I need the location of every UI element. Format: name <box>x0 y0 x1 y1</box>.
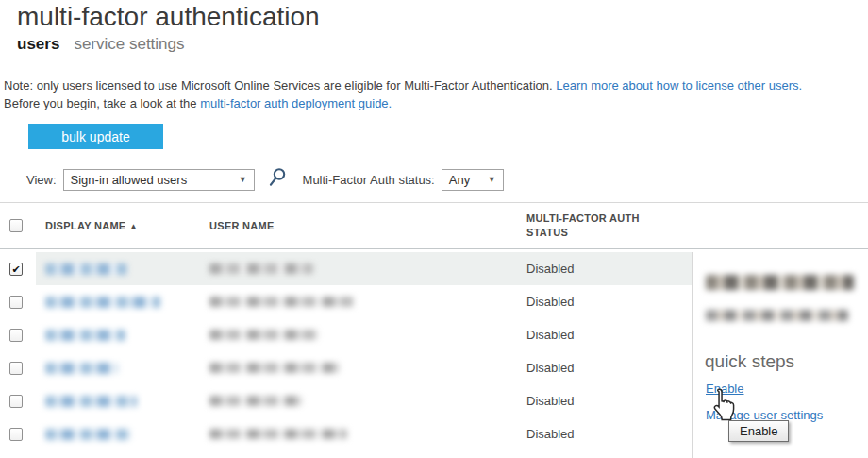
display-name-redacted-link[interactable] <box>45 429 130 440</box>
display-name-redacted-link[interactable] <box>45 263 127 275</box>
chevron-down-icon: ▼ <box>488 175 496 184</box>
sort-ascending-icon: ▲ <box>130 222 138 230</box>
table-row[interactable]: Disabled <box>0 318 692 351</box>
note-line-1-text: Note: only users licensed to use Microso… <box>4 78 553 93</box>
tab-service-settings[interactable]: service settings <box>74 35 184 54</box>
details-panel-divider <box>692 252 693 458</box>
display-name-redacted-link[interactable] <box>45 396 137 407</box>
table-row[interactable]: Disabled <box>0 351 692 384</box>
note-line-2-text: Before you begin, take a look at the <box>4 96 197 110</box>
selected-user-name-redacted <box>706 275 854 290</box>
quick-steps-title: quick steps <box>705 351 794 372</box>
mfa-status-value: Disabled <box>526 295 692 309</box>
view-select[interactable]: Sign-in allowed users ▼ <box>63 169 255 191</box>
mfa-status-select-value: Any <box>449 173 470 187</box>
table-header: DISPLAY NAME▲ USER NAME MULTI-FACTOR AUT… <box>0 202 868 249</box>
row-checkbox[interactable]: ✔ <box>9 263 23 276</box>
mfa-status-value: Disabled <box>526 361 692 375</box>
mfa-status-label: Multi-Factor Auth status: <box>303 173 435 187</box>
table-row[interactable]: ✔ Disabled <box>0 252 692 285</box>
mfa-status-select[interactable]: Any ▼ <box>442 169 504 191</box>
selected-user-email-redacted <box>706 310 848 321</box>
column-header-user-name[interactable]: USER NAME <box>209 220 526 231</box>
license-learn-more-link[interactable]: Learn more about how to license other us… <box>556 78 802 93</box>
mfa-status-value: Disabled <box>526 262 692 276</box>
user-name-redacted <box>209 297 354 307</box>
bulk-update-button[interactable]: bulk update <box>28 124 163 149</box>
mfa-status-value: Disabled <box>526 394 692 408</box>
mfa-status-value: Disabled <box>526 427 692 441</box>
tab-users[interactable]: users <box>17 35 59 54</box>
note-line-2: Before you begin, take a look at the mul… <box>4 94 802 112</box>
select-all-checkbox[interactable] <box>9 219 23 232</box>
column-header-display-name[interactable]: DISPLAY NAME▲ <box>45 220 209 231</box>
display-name-redacted-link[interactable] <box>45 330 125 341</box>
filters-row: View: Sign-in allowed users ▼ Multi-Fact… <box>26 168 504 191</box>
table-row[interactable]: Disabled <box>0 285 692 318</box>
mfa-status-value: Disabled <box>526 328 692 342</box>
user-name-redacted <box>209 330 319 340</box>
license-note: Note: only users licensed to use Microso… <box>4 76 802 112</box>
user-name-redacted <box>209 396 302 406</box>
enable-tooltip: Enable <box>728 420 789 442</box>
table-row[interactable]: Disabled <box>0 417 692 450</box>
user-name-redacted <box>209 363 340 373</box>
user-name-redacted <box>209 263 313 274</box>
view-select-value: Sign-in allowed users <box>71 173 188 187</box>
table-row[interactable]: Disabled <box>0 384 692 417</box>
user-name-redacted <box>209 429 347 439</box>
mfa-admin-page: multi-factor authentication users servic… <box>0 0 868 458</box>
table-body: ✔ Disabled Disabled Disabled Disabled Di… <box>0 252 692 450</box>
chevron-down-icon: ▼ <box>239 175 247 184</box>
note-line-1: Note: only users licensed to use Microso… <box>4 76 802 94</box>
display-name-redacted-link[interactable] <box>45 363 118 374</box>
row-checkbox[interactable] <box>9 428 23 441</box>
tab-bar: users service settings <box>17 35 185 54</box>
row-checkbox[interactable] <box>9 329 23 342</box>
display-name-header-label: DISPLAY NAME <box>45 220 126 231</box>
row-checkbox[interactable] <box>9 362 23 375</box>
search-icon[interactable] <box>267 167 287 192</box>
column-header-mfa-status[interactable]: MULTI-FACTOR AUTH STATUS <box>526 212 649 240</box>
row-checkbox[interactable] <box>9 395 23 408</box>
deployment-guide-link[interactable]: multi-factor auth deployment guide. <box>200 96 392 110</box>
view-label: View: <box>26 173 57 187</box>
display-name-redacted-link[interactable] <box>45 297 160 308</box>
page-title: multi-factor authentication <box>17 2 320 32</box>
row-checkbox[interactable] <box>9 296 23 309</box>
